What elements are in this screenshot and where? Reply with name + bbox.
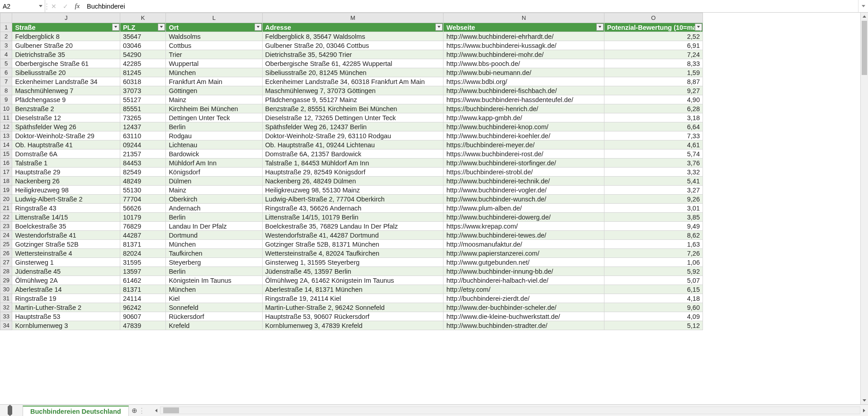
cell[interactable]: 09244 — [120, 140, 166, 150]
cell[interactable]: 56626 — [120, 204, 166, 213]
row-header[interactable]: 33 — [0, 312, 12, 321]
cell[interactable]: 5,41 — [604, 177, 703, 186]
row-header[interactable]: 28 — [0, 267, 12, 276]
cell[interactable]: http://www.plum-alben.de/ — [443, 204, 604, 213]
cell[interactable]: 5,74 — [604, 150, 703, 159]
cell[interactable]: Feldbergblick 8 — [12, 32, 120, 41]
name-box[interactable] — [0, 0, 45, 12]
cell[interactable]: 76829 — [120, 222, 166, 231]
cell[interactable]: 81371 — [120, 285, 166, 294]
cell[interactable]: Mainz — [166, 95, 262, 104]
cell[interactable]: http://www.gutgebunden.net/ — [443, 258, 604, 267]
sheet-tab-active[interactable]: Buchbindereien Deutschland — [23, 406, 129, 416]
cell[interactable]: 48249 — [120, 177, 166, 186]
cell[interactable]: 5,07 — [604, 276, 703, 285]
cell[interactable]: 82549 — [120, 168, 166, 177]
row-header[interactable]: 17 — [0, 168, 12, 177]
cell[interactable]: 5,92 — [604, 267, 703, 276]
cell[interactable]: http://www.buchbinderei-ehrhardt.de/ — [443, 32, 604, 41]
cell[interactable]: Taufkirchen — [166, 249, 262, 258]
cell[interactable]: https://www.buchbinderei-hassdenteufel.d… — [443, 95, 604, 104]
vertical-scroll-thumb[interactable] — [862, 21, 867, 75]
vertical-scrollbar[interactable] — [860, 13, 868, 404]
cell[interactable]: http://www.buchbinderei-knop.com/ — [443, 122, 604, 131]
cell[interactable]: 3,76 — [604, 159, 703, 168]
cell[interactable]: Mühldorf Am Inn — [166, 159, 262, 168]
cell[interactable]: http://www.buchbinder-wunsch.de/ — [443, 195, 604, 204]
row-header[interactable]: 11 — [0, 113, 12, 122]
cell[interactable]: Kornblumenweg 3, 47839 Krefeld — [262, 321, 443, 330]
cell[interactable]: 21357 — [120, 150, 166, 159]
cell[interactable]: Sibeliusstraße 20 — [12, 68, 120, 77]
column-header[interactable]: M — [262, 13, 443, 23]
table-header-cell[interactable]: Straße — [12, 23, 120, 32]
cell[interactable]: 77704 — [120, 195, 166, 204]
cell[interactable]: https://buchbinderei-strobl.de/ — [443, 168, 604, 177]
row-header[interactable]: 10 — [0, 104, 12, 113]
column-header[interactable]: N — [443, 13, 604, 23]
cell[interactable]: 3,18 — [604, 113, 703, 122]
cell[interactable]: Königsdorf — [166, 168, 262, 177]
cell[interactable]: Boelckestraße 35, 76829 Landau In Der Pf… — [262, 222, 443, 231]
cell[interactable]: Jüdenstraße 45 — [12, 267, 120, 276]
row-header[interactable]: 12 — [0, 122, 12, 131]
cell[interactable]: http://www.bubi-neumann.de/ — [443, 68, 604, 77]
formula-input[interactable] — [83, 0, 858, 12]
cell[interactable]: 6,64 — [604, 122, 703, 131]
cell[interactable]: Ringstraße 43 — [12, 204, 120, 213]
cell[interactable]: 55127 — [120, 95, 166, 104]
cell[interactable]: Andernach — [166, 204, 262, 213]
cell[interactable]: Pfädchengasse 9, 55127 Mainz — [262, 95, 443, 104]
cell[interactable]: Pfädchengasse 9 — [12, 95, 120, 104]
row-header[interactable]: 24 — [0, 231, 12, 240]
cell[interactable]: 9,49 — [604, 222, 703, 231]
cell[interactable]: Wuppertal — [166, 59, 262, 68]
cell[interactable]: Oberbergische Straße 61, 42285 Wuppertal — [262, 59, 443, 68]
cell[interactable]: http://www.buchbinderei-storfinger.de/ — [443, 159, 604, 168]
cell[interactable]: 4,90 — [604, 95, 703, 104]
cell[interactable]: 6,28 — [604, 104, 703, 113]
cell[interactable]: Heiligkreuzweg 98, 55130 Mainz — [262, 186, 443, 195]
cell[interactable]: http://www.buchbinderei-mohr.de/ — [443, 50, 604, 59]
cell[interactable]: Lichtenau — [166, 140, 262, 150]
cell[interactable]: 44287 — [120, 231, 166, 240]
cell[interactable]: 9,27 — [604, 86, 703, 95]
cell[interactable]: Cottbus — [166, 41, 262, 50]
filter-dropdown-icon[interactable] — [695, 23, 702, 31]
cell[interactable]: https://www.bdbi.org/ — [443, 77, 604, 86]
cell[interactable]: Jüdenstraße 45, 13597 Berlin — [262, 267, 443, 276]
cell[interactable]: Ludwig-Albert-Straße 2, 77704 Oberkirch — [262, 195, 443, 204]
cell[interactable]: http://www.buchbinderei-fischbach.de/ — [443, 86, 604, 95]
row-header[interactable]: 31 — [0, 294, 12, 303]
table-header-cell[interactable]: PLZ — [120, 23, 166, 32]
cell[interactable]: Ob. Hauptstraße 41 — [12, 140, 120, 150]
column-header[interactable]: K — [120, 13, 166, 23]
cell[interactable]: 6,91 — [604, 41, 703, 50]
fx-icon[interactable]: fx — [71, 0, 83, 12]
row-header[interactable]: 1 — [0, 23, 12, 32]
cell[interactable]: http://www.die-kleine-buchwerkstatt.de/ — [443, 312, 604, 321]
cell[interactable]: http://www.buchbinderei-koehler.de/ — [443, 131, 604, 140]
cell[interactable]: 8,33 — [604, 59, 703, 68]
cell[interactable]: Hauptstraße 29 — [12, 168, 120, 177]
horizontal-scroll-thumb[interactable] — [163, 407, 179, 413]
cell[interactable]: Ringstraße 19 — [12, 294, 120, 303]
cell[interactable]: 60318 — [120, 77, 166, 86]
row-header[interactable]: 27 — [0, 258, 12, 267]
cell[interactable]: Domstraße 6A — [12, 150, 120, 159]
cell[interactable]: Ringstraße 43, 56626 Andernach — [262, 204, 443, 213]
cell[interactable]: Späthsfelder Weg 26 — [12, 122, 120, 131]
row-header[interactable]: 16 — [0, 159, 12, 168]
row-header[interactable]: 26 — [0, 249, 12, 258]
row-header[interactable]: 30 — [0, 285, 12, 294]
cell[interactable]: 73265 — [120, 113, 166, 122]
cell[interactable]: Westendorfstraße 41, 44287 Dortmund — [262, 231, 443, 240]
cell[interactable]: http://www.papierstanzerei.com/ — [443, 249, 604, 258]
cell[interactable]: Gulbener Straße 20, 03046 Cottbus — [262, 41, 443, 50]
cell[interactable]: 54290 — [120, 50, 166, 59]
cell[interactable]: http://buchbinderei-halbach-viel.de/ — [443, 276, 604, 285]
cell[interactable]: Dietrichstraße 35, 54290 Trier — [262, 50, 443, 59]
cell[interactable]: 63110 — [120, 131, 166, 140]
cell[interactable]: Domstraße 6A, 21357 Bardowick — [262, 150, 443, 159]
cell[interactable]: http://www.buchbinderei-vogler.de/ — [443, 186, 604, 195]
